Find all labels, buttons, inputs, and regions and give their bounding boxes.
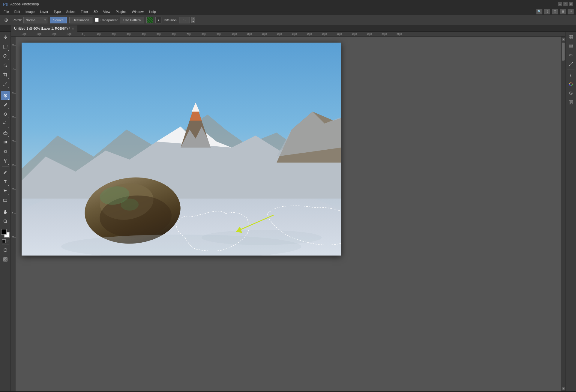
- menu-3d[interactable]: 3D: [91, 9, 100, 14]
- color-chips[interactable]: [1, 229, 10, 238]
- pattern-preview[interactable]: [146, 17, 153, 23]
- color-panel-icon[interactable]: [567, 80, 575, 88]
- close-button[interactable]: ✕: [569, 2, 573, 6]
- svg-point-14: [4, 151, 6, 152]
- menu-edit[interactable]: Edit: [12, 9, 22, 14]
- menu-window[interactable]: Window: [130, 9, 146, 14]
- svg-rect-25: [4, 259, 6, 260]
- diffusion-spinner[interactable]: ▲ ▼: [191, 17, 195, 23]
- pen-tool[interactable]: [1, 168, 10, 177]
- shape-tool[interactable]: [1, 196, 10, 205]
- diffusion-input[interactable]: [179, 17, 190, 23]
- menu-layer[interactable]: Layer: [38, 9, 51, 14]
- menu-image[interactable]: Image: [23, 9, 37, 14]
- marquee-tool[interactable]: [1, 42, 10, 51]
- export-icon[interactable]: ↗: [568, 9, 574, 14]
- foreground-color-chip[interactable]: [1, 229, 7, 235]
- blur-tool[interactable]: [1, 147, 10, 156]
- canvas-scroll-area[interactable]: ▲ ▼: [16, 37, 565, 391]
- gradient-tool[interactable]: [1, 138, 10, 147]
- transparent-label: Transparent: [100, 18, 118, 22]
- lasso-tool[interactable]: [1, 52, 10, 61]
- patch-group: Patch: Normal: [13, 17, 47, 23]
- text-tool[interactable]: T: [1, 177, 10, 186]
- info-panel-icon[interactable]: ℹ: [567, 71, 575, 79]
- artboard-icon[interactable]: [567, 33, 575, 41]
- share-icon[interactable]: ⇧: [544, 9, 550, 14]
- window-controls[interactable]: ─ □ ✕: [558, 2, 573, 6]
- mountains-svg: [22, 43, 341, 256]
- path-selection-tool[interactable]: [1, 187, 10, 196]
- destination-button[interactable]: Destination: [69, 17, 92, 23]
- menu-view[interactable]: View: [101, 9, 113, 14]
- tab-bar: Untitled-1 @ 60% (Layer 1, RGB/8#) * ✕: [0, 25, 576, 32]
- toolbar-separator-5: [2, 244, 9, 244]
- menu-file[interactable]: File: [1, 9, 11, 14]
- patch-mode-dropdown[interactable]: Normal: [23, 17, 47, 23]
- menu-select[interactable]: Select: [64, 9, 78, 14]
- workspace: T ↺: [0, 32, 576, 391]
- transparent-checkbox[interactable]: [95, 18, 99, 22]
- brush-tool[interactable]: [1, 100, 10, 109]
- menu-filter[interactable]: Filter: [78, 9, 90, 14]
- options-bar: ⊕ Patch: Normal Source Destination Trans…: [0, 15, 576, 25]
- svg-rect-53: [569, 44, 573, 45]
- eraser-tool[interactable]: [1, 128, 10, 137]
- canvas-image: [22, 43, 341, 256]
- move-tool[interactable]: [1, 33, 10, 42]
- dodge-tool[interactable]: [1, 156, 10, 165]
- crop-tool[interactable]: [1, 70, 10, 79]
- channels-panel-icon[interactable]: [567, 51, 575, 59]
- maximize-button[interactable]: □: [563, 2, 568, 6]
- source-button[interactable]: Source: [50, 17, 67, 23]
- scroll-thumb[interactable]: [562, 43, 565, 61]
- left-toolbar: T ↺: [0, 32, 11, 391]
- zoom-tool[interactable]: [1, 217, 10, 226]
- svg-rect-47: [569, 35, 571, 37]
- tab-title: Untitled-1 @ 60% (Layer 1, RGB/8#) *: [14, 27, 70, 30]
- grid-layout-icon[interactable]: ⊞: [560, 9, 566, 14]
- active-tool-icon: ⊕: [2, 16, 10, 24]
- svg-point-55: [571, 54, 572, 56]
- svg-point-15: [4, 159, 6, 161]
- search-icon[interactable]: 🔍: [536, 9, 542, 14]
- svg-point-44: [202, 230, 322, 245]
- title-bar-left: Ps Adobe Photoshop: [3, 2, 39, 7]
- svg-rect-52: [569, 46, 573, 47]
- clone-stamp-tool[interactable]: [1, 110, 10, 119]
- history-brush-tool[interactable]: [1, 119, 10, 128]
- right-panel: ℹ: [565, 32, 576, 391]
- hand-tool[interactable]: [1, 208, 10, 217]
- adjustments-panel-icon[interactable]: [567, 89, 575, 97]
- paths-panel-icon[interactable]: [567, 60, 575, 68]
- properties-panel-icon[interactable]: [567, 98, 575, 106]
- toolbar-separator-4: [2, 227, 9, 227]
- settings-icon[interactable]: ⚙: [552, 9, 558, 14]
- default-colors-icon[interactable]: ↺: [7, 239, 9, 243]
- swap-colors-icon[interactable]: [2, 239, 6, 243]
- use-pattern-button[interactable]: Use Pattern: [120, 17, 144, 23]
- menu-plugins[interactable]: Plugins: [113, 9, 129, 14]
- menu-help[interactable]: Help: [147, 9, 158, 14]
- scroll-up-btn[interactable]: ▲: [562, 38, 565, 41]
- document-tab[interactable]: Untitled-1 @ 60% (Layer 1, RGB/8#) * ✕: [11, 25, 77, 32]
- title-bar: Ps Adobe Photoshop ─ □ ✕: [0, 0, 576, 8]
- menu-type[interactable]: Type: [51, 9, 63, 14]
- pattern-dropdown-btn[interactable]: ▾: [155, 17, 161, 23]
- screen-mode-btn[interactable]: [1, 255, 10, 264]
- tab-close-button[interactable]: ✕: [72, 27, 74, 30]
- minimize-button[interactable]: ─: [558, 2, 562, 6]
- toolbar-separator-1: [2, 90, 9, 90]
- svg-rect-48: [571, 35, 573, 37]
- toolbar-separator-3: [2, 206, 9, 206]
- transparent-group: Transparent: [95, 18, 118, 22]
- quick-select-tool[interactable]: [1, 61, 10, 70]
- scroll-down-btn[interactable]: ▼: [562, 387, 565, 390]
- vertical-scrollbar[interactable]: ▲ ▼: [561, 37, 565, 391]
- eyedropper-tool[interactable]: [1, 79, 10, 88]
- quick-mask-btn[interactable]: [1, 246, 10, 255]
- healing-brush-tool[interactable]: [1, 91, 10, 100]
- layers-panel-icon[interactable]: [567, 42, 575, 50]
- svg-rect-50: [571, 37, 573, 39]
- svg-line-19: [6, 222, 7, 223]
